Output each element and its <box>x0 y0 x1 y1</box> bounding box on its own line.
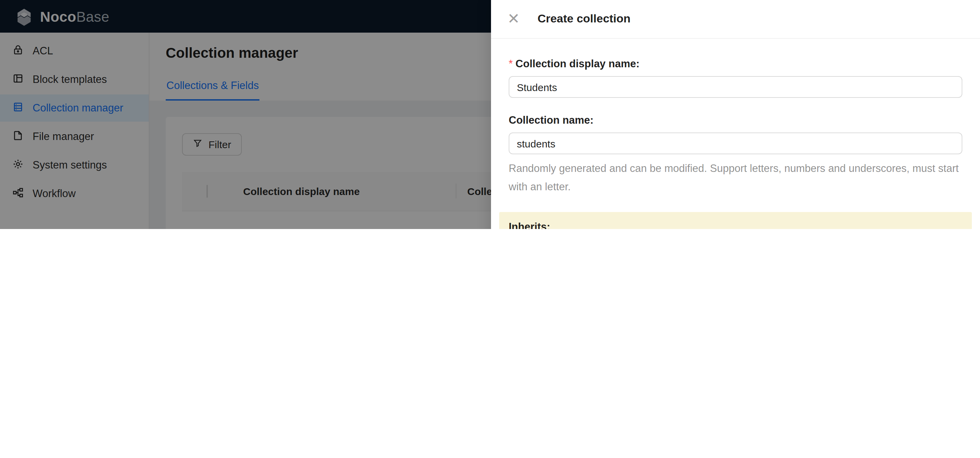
drawer-title: Create collection <box>538 12 631 26</box>
field-label: Collection name: <box>509 114 963 126</box>
field-label-text: Collection display name: <box>515 58 640 69</box>
field-label-text: Inherits: <box>509 221 550 229</box>
collection-display-name-input[interactable] <box>509 76 963 98</box>
field-help-text: Randomly generated and can be modified. … <box>509 159 963 196</box>
form-item-display-name: *Collection display name: <box>509 58 963 98</box>
collection-name-input[interactable] <box>509 132 963 154</box>
drawer-header: ✕ Create collection <box>491 0 980 39</box>
field-label: *Collection display name: <box>509 58 963 70</box>
field-label: Inherits: <box>509 221 963 229</box>
close-icon[interactable]: ✕ <box>508 11 520 27</box>
drawer-body: *Collection display name: Collection nam… <box>491 39 980 229</box>
form-item-name: Collection name: Randomly generated and … <box>509 114 963 196</box>
app-window: NocoBase ACL Block templates Collection … <box>0 0 980 229</box>
required-asterisk: * <box>509 58 513 69</box>
inherits-highlight-block: Inherits: Users × <box>499 212 972 229</box>
create-collection-drawer: ✕ Create collection *Collection display … <box>491 0 980 229</box>
field-label-text: Collection name: <box>509 114 593 126</box>
